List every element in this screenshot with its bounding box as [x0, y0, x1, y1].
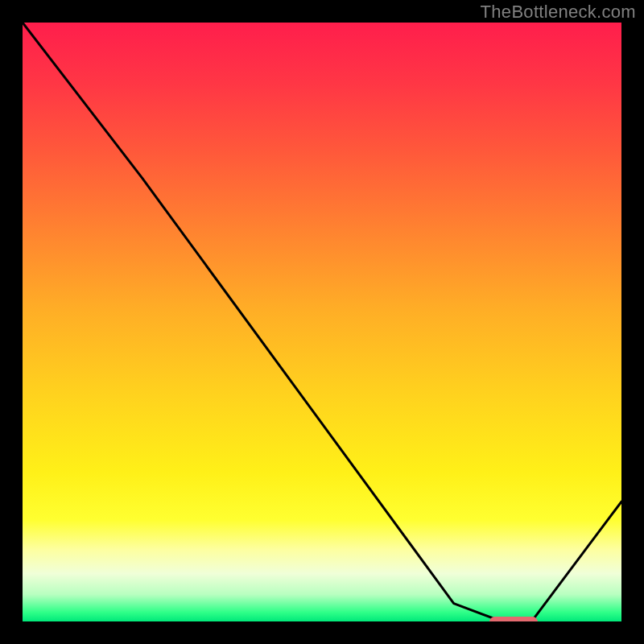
chart-frame: TheBottleneck.com: [0, 0, 644, 644]
optimal-segment-marker: [489, 617, 538, 622]
curve-layer: [23, 23, 621, 621]
bottleneck-curve: [23, 23, 621, 621]
plot-area: [23, 23, 621, 621]
watermark-text: TheBottleneck.com: [481, 2, 636, 23]
